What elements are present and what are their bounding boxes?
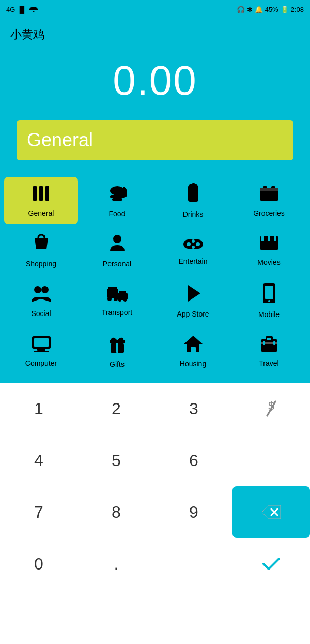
social-label: Social bbox=[31, 309, 51, 318]
general-icon bbox=[31, 184, 52, 206]
numpad-check[interactable] bbox=[233, 538, 310, 590]
numpad-grid: 1 2 3 $ 4 5 6 7 8 9 0 . bbox=[0, 383, 310, 590]
category-item-drinks[interactable]: Drinks bbox=[156, 177, 230, 224]
svg-rect-6 bbox=[120, 189, 127, 197]
svg-point-30 bbox=[41, 286, 49, 293]
signal-icon: 4G bbox=[6, 6, 15, 13]
mobile-icon bbox=[262, 282, 276, 307]
svg-rect-59 bbox=[273, 341, 275, 345]
svg-point-16 bbox=[38, 235, 40, 237]
svg-point-37 bbox=[118, 298, 121, 302]
numpad-key-3[interactable]: 3 bbox=[155, 383, 233, 435]
entertain-label: Entertain bbox=[178, 257, 207, 265]
svg-rect-36 bbox=[119, 291, 126, 295]
category-item-appstore[interactable]: App Store bbox=[156, 276, 230, 325]
category-item-personal[interactable]: Personal bbox=[80, 227, 154, 274]
svg-point-18 bbox=[113, 235, 121, 243]
bluetooth-icon: ✱ bbox=[247, 6, 253, 13]
active-category-label: General bbox=[27, 129, 93, 151]
wifi-bars: ▐▌ bbox=[17, 6, 26, 13]
social-icon bbox=[30, 283, 52, 306]
category-section: General Food bbox=[0, 169, 310, 383]
category-item-social[interactable]: Social bbox=[4, 276, 78, 325]
numpad-section: 1 2 3 $ 4 5 6 7 8 9 0 . bbox=[0, 383, 310, 590]
svg-rect-4 bbox=[112, 198, 122, 201]
numpad-key-1[interactable]: 1 bbox=[0, 383, 78, 435]
food-label: Food bbox=[109, 209, 126, 218]
gifts-label: Gifts bbox=[110, 360, 125, 368]
drinks-icon bbox=[184, 183, 203, 207]
movies-icon bbox=[259, 234, 280, 255]
svg-point-38 bbox=[123, 298, 127, 302]
numpad-key-0[interactable]: 0 bbox=[0, 538, 78, 590]
numpad-backspace[interactable] bbox=[233, 486, 310, 538]
status-right: 🎧 ✱ 🔔 45% 🔋 2:08 bbox=[237, 6, 304, 13]
app-title: 小黄鸡 bbox=[10, 27, 300, 42]
svg-rect-50 bbox=[110, 340, 125, 343]
numpad-key-6[interactable]: 6 bbox=[155, 435, 233, 486]
active-category-bar: General bbox=[17, 120, 293, 160]
category-grid: General Food bbox=[4, 177, 306, 375]
battery-text: 45% bbox=[265, 6, 278, 13]
svg-rect-8 bbox=[123, 187, 125, 189]
category-item-transport[interactable]: Transport bbox=[80, 276, 154, 325]
numpad-key-9[interactable]: 9 bbox=[155, 486, 233, 538]
svg-rect-58 bbox=[263, 341, 265, 345]
movies-label: Movies bbox=[257, 258, 280, 266]
numpad-key-8[interactable]: 8 bbox=[78, 486, 155, 538]
housing-icon bbox=[183, 334, 204, 356]
category-item-housing[interactable]: Housing bbox=[156, 327, 230, 375]
numpad-key-4[interactable]: 4 bbox=[0, 435, 78, 486]
svg-rect-28 bbox=[274, 236, 276, 241]
svg-point-34 bbox=[114, 297, 118, 301]
svg-rect-32 bbox=[108, 287, 117, 291]
svg-point-20 bbox=[187, 242, 191, 246]
personal-label: Personal bbox=[103, 260, 131, 268]
numpad-key-2[interactable]: 2 bbox=[78, 383, 155, 435]
svg-rect-11 bbox=[192, 183, 195, 185]
wifi-icon bbox=[29, 5, 38, 14]
svg-marker-51 bbox=[184, 336, 203, 344]
numpad-key-7[interactable]: 7 bbox=[0, 486, 78, 538]
app-header: 小黄鸡 bbox=[0, 19, 310, 47]
computer-icon bbox=[30, 334, 53, 356]
numpad-key-dot[interactable]: . bbox=[78, 538, 155, 590]
category-item-movies[interactable]: Movies bbox=[232, 227, 306, 274]
svg-point-42 bbox=[268, 300, 270, 302]
category-item-general[interactable]: General bbox=[4, 177, 78, 224]
status-bar: 4G ▐▌ 🎧 ✱ 🔔 45% 🔋 2:08 bbox=[0, 0, 310, 19]
numpad-empty-1 bbox=[233, 435, 310, 486]
computer-label: Computer bbox=[25, 359, 57, 367]
svg-rect-46 bbox=[34, 351, 49, 352]
appstore-label: App Store bbox=[177, 310, 209, 318]
numpad-key-5[interactable]: 5 bbox=[78, 435, 155, 486]
mobile-label: Mobile bbox=[258, 310, 280, 319]
svg-rect-41 bbox=[265, 286, 273, 299]
numpad-dollar-slash[interactable]: $ bbox=[233, 383, 310, 435]
time: 2:08 bbox=[291, 6, 304, 13]
category-item-computer[interactable]: Computer bbox=[4, 327, 78, 375]
housing-label: Housing bbox=[180, 360, 206, 368]
gifts-icon bbox=[107, 333, 127, 357]
travel-label: Travel bbox=[259, 359, 278, 367]
shopping-icon bbox=[32, 233, 51, 257]
shopping-label: Shopping bbox=[26, 260, 56, 268]
svg-rect-45 bbox=[37, 349, 45, 351]
amount-section: 0.00 bbox=[0, 47, 310, 120]
category-item-mobile[interactable]: Mobile bbox=[232, 276, 306, 325]
headphone-icon: 🎧 bbox=[237, 6, 245, 13]
svg-rect-9 bbox=[188, 185, 198, 202]
svg-rect-2 bbox=[45, 186, 49, 201]
svg-rect-0 bbox=[33, 186, 37, 201]
category-item-entertain[interactable]: Entertain bbox=[156, 227, 230, 274]
personal-icon bbox=[108, 233, 127, 257]
status-left: 4G ▐▌ bbox=[6, 5, 38, 14]
transport-label: Transport bbox=[102, 308, 132, 317]
category-item-gifts[interactable]: Gifts bbox=[80, 327, 154, 375]
category-item-food[interactable]: Food bbox=[80, 177, 154, 224]
category-item-shopping[interactable]: Shopping bbox=[4, 227, 78, 274]
category-item-groceries[interactable]: Groceries bbox=[232, 177, 306, 224]
svg-rect-1 bbox=[39, 186, 43, 201]
svg-rect-15 bbox=[260, 188, 278, 191]
category-item-travel[interactable]: Travel bbox=[232, 327, 306, 375]
